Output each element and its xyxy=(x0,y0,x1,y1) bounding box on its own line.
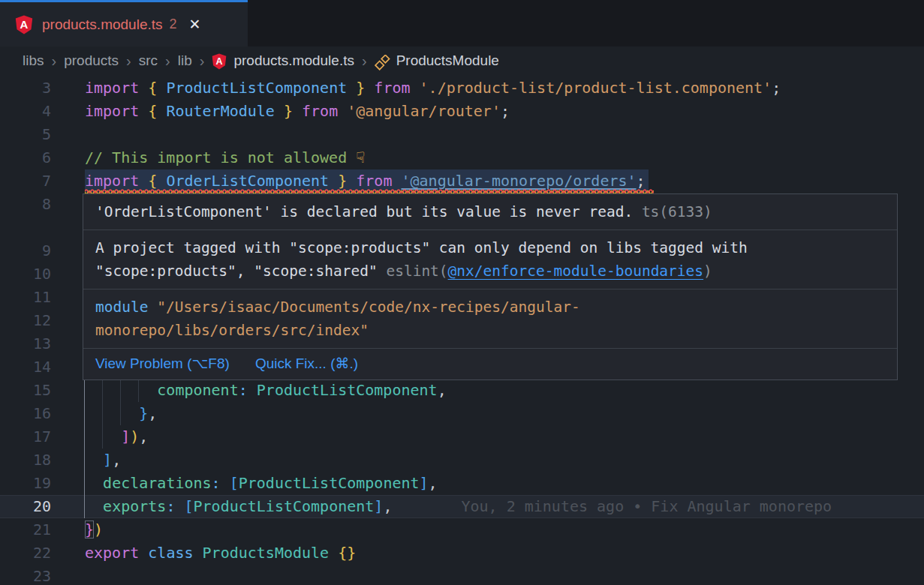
line-number: 17 xyxy=(0,425,51,448)
angular-icon: A xyxy=(212,53,227,70)
code-text: import { ProductListComponent } from './… xyxy=(85,76,781,100)
code-line[interactable]: 17 ]), xyxy=(0,425,924,448)
popup-section: module "/Users/isaac/Documents/code/nx-r… xyxy=(83,290,897,349)
breadcrumb-item-symbol[interactable]: ProductsModule xyxy=(396,52,499,69)
line-number: 6 xyxy=(0,146,51,170)
code-line[interactable]: 5 xyxy=(0,123,924,146)
code-line[interactable]: 3import { ProductListComponent } from '.… xyxy=(0,76,924,100)
line-number: 8 xyxy=(0,193,51,216)
line-number: 18 xyxy=(0,448,51,472)
angular-icon: A xyxy=(15,15,33,34)
code-text: component: ProductListComponent, xyxy=(85,379,447,402)
line-number: 13 xyxy=(0,332,51,356)
rule-docs-link[interactable]: @nx/enforce-module-boundaries xyxy=(448,262,703,280)
line-number: 9 xyxy=(0,239,51,262)
popup-sections: 'OrderListComponent' is declared but its… xyxy=(83,194,897,349)
code-line[interactable]: 4import { RouterModule } from '@angular/… xyxy=(0,100,924,123)
chevron-right-icon: › xyxy=(165,52,170,70)
line-number: 4 xyxy=(0,100,51,123)
line-number: 22 xyxy=(0,542,51,565)
chevron-right-icon: › xyxy=(200,52,205,70)
code-line[interactable]: 15 component: ProductListComponent, xyxy=(0,379,924,402)
chevron-right-icon: › xyxy=(52,52,57,70)
tab-problems-badge: 2 xyxy=(170,16,177,32)
code-text: exports: [ProductListComponent],You, 2 m… xyxy=(85,495,832,518)
code-text: // This import is not allowed ☟ xyxy=(85,146,365,170)
line-number: 5 xyxy=(0,123,51,146)
chevron-right-icon: › xyxy=(126,52,131,70)
popup-section: 'OrderListComponent' is declared but its… xyxy=(83,194,897,230)
tab-products-module[interactable]: A products.module.ts 2 ✕ xyxy=(0,0,248,46)
code-text: declarations: [ProductListComponent], xyxy=(85,472,438,495)
code-line[interactable]: 21}) xyxy=(0,518,924,542)
code-line[interactable]: 6// This import is not allowed ☟ xyxy=(0,146,924,170)
breadcrumb-item-src[interactable]: src xyxy=(139,52,158,69)
git-blame-annotation: You, 2 minutes ago • Fix Angular monorep… xyxy=(461,497,832,515)
line-number: 19 xyxy=(0,472,51,495)
chevron-right-icon: › xyxy=(362,52,367,70)
line-number: 3 xyxy=(0,76,51,100)
code-line[interactable]: 7import { OrderListComponent } from '@an… xyxy=(0,170,924,193)
breadcrumb: libs › products › src › lib › A products… xyxy=(0,46,924,75)
quick-fix-action[interactable]: Quick Fix... (⌘.) xyxy=(255,355,358,372)
breadcrumb-item-libs[interactable]: libs xyxy=(23,52,44,69)
breadcrumb-item-file[interactable]: products.module.ts xyxy=(233,52,354,69)
breadcrumb-item-lib[interactable]: lib xyxy=(178,52,192,69)
code-text: export class ProductsModule {} xyxy=(85,542,356,565)
line-number: 12 xyxy=(0,309,51,332)
code-text: ], xyxy=(85,448,121,472)
code-line[interactable]: 20 exports: [ProductListComponent],You, … xyxy=(0,495,924,518)
code-line[interactable]: 22export class ProductsModule {} xyxy=(0,542,924,565)
line-number: 23 xyxy=(0,565,51,585)
code-text: ]), xyxy=(85,425,148,448)
code-text: }) xyxy=(85,518,103,542)
close-icon[interactable]: ✕ xyxy=(189,16,201,33)
line-number: 10 xyxy=(0,262,51,286)
line-number: 7 xyxy=(0,170,51,193)
line-number: 20 xyxy=(0,495,51,518)
view-problem-action[interactable]: View Problem (⌥F8) xyxy=(95,355,230,372)
tab-bar: A products.module.ts 2 ✕ xyxy=(0,0,924,46)
code-text: import { RouterModule } from '@angular/r… xyxy=(85,100,510,123)
svg-text:A: A xyxy=(20,18,29,31)
diagnostic-hover-popup: 'OrderListComponent' is declared but its… xyxy=(83,194,898,380)
symbol-class-icon xyxy=(375,55,390,70)
line-number: 15 xyxy=(0,379,51,402)
code-text: }, xyxy=(85,402,157,425)
code-line[interactable]: 16 }, xyxy=(0,402,924,425)
svg-text:A: A xyxy=(216,56,223,67)
breadcrumb-item-products[interactable]: products xyxy=(64,52,119,69)
code-line[interactable]: 23 xyxy=(0,565,924,585)
line-number: 16 xyxy=(0,402,51,425)
line-number: 21 xyxy=(0,518,51,542)
code-line[interactable]: 18 ], xyxy=(0,448,924,472)
popup-actions: View Problem (⌥F8)Quick Fix... (⌘.) xyxy=(83,349,897,380)
popup-section: A project tagged with "scope:products" c… xyxy=(83,230,897,290)
tab-title: products.module.ts xyxy=(42,16,163,33)
code-line[interactable]: 19 declarations: [ProductListComponent], xyxy=(0,472,924,495)
module-specifier-link[interactable]: '@angular-monorepo/orders' xyxy=(401,172,636,190)
line-number: 14 xyxy=(0,356,51,379)
line-number: 11 xyxy=(0,286,51,309)
